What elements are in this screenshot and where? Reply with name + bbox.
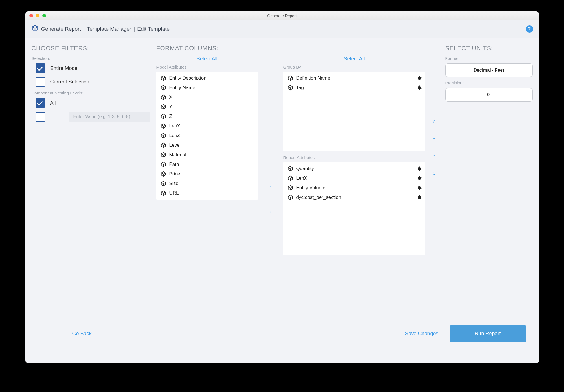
current-selection-checkbox[interactable] [36, 77, 45, 87]
attribute-item[interactable]: Entity Description [156, 73, 258, 83]
cube-icon [160, 161, 166, 168]
attribute-item[interactable]: LenZ [156, 131, 258, 140]
current-selection-label: Current Selection [50, 79, 89, 85]
move-down-button[interactable] [432, 153, 436, 157]
cube-icon [160, 123, 166, 129]
attribute-label: Level [169, 142, 181, 148]
cube-icon [160, 180, 166, 187]
units-title: SELECT UNITS: [445, 45, 533, 52]
footer: Go Back Save Changes Run Report [25, 325, 539, 363]
attribute-item[interactable]: Path [156, 160, 258, 169]
model-attributes-list: Entity DescriptionEntity NameXYZLenYLenZ… [156, 72, 258, 200]
attribute-item[interactable]: Definition Name [283, 73, 425, 83]
nesting-all-checkbox[interactable] [36, 98, 45, 108]
precision-select-label: Precision: [445, 80, 533, 85]
attribute-item[interactable]: Level [156, 140, 258, 150]
nesting-custom-checkbox[interactable] [36, 112, 45, 122]
select-all-group[interactable]: Select All [283, 56, 425, 62]
attribute-label: Entity Volume [296, 185, 326, 191]
attribute-label: Material [169, 152, 186, 158]
attribute-item[interactable]: Size [156, 179, 258, 188]
cube-icon [160, 142, 166, 148]
gear-icon[interactable] [416, 166, 422, 171]
save-changes-button[interactable]: Save Changes [405, 331, 438, 337]
attribute-item[interactable]: Tag [283, 83, 425, 93]
move-left-button[interactable] [269, 184, 273, 188]
attribute-label: Z [169, 114, 172, 119]
move-up-button[interactable] [432, 136, 436, 140]
breadcrumb: Generate Report | Template Manager | Edi… [31, 24, 170, 34]
attribute-item[interactable]: Z [156, 112, 258, 121]
select-all-model[interactable]: Select All [156, 56, 258, 62]
attribute-label: X [169, 94, 172, 100]
move-right-button[interactable] [269, 210, 273, 214]
toolbar: Generate Report | Template Manager | Edi… [25, 20, 539, 38]
attribute-item[interactable]: dyc:cost_per_section [283, 193, 425, 202]
attribute-item[interactable]: Price [156, 169, 258, 179]
attribute-item[interactable]: X [156, 93, 258, 102]
gear-icon[interactable] [416, 185, 422, 190]
attribute-label: LenY [169, 123, 181, 129]
attribute-item[interactable]: Entity Volume [283, 183, 425, 193]
attribute-label: Y [169, 104, 172, 110]
attribute-label: Tag [296, 85, 304, 91]
breadcrumb-app[interactable]: Generate Report [41, 26, 81, 32]
format-title: FORMAT COLUMNS: [156, 45, 439, 52]
titlebar: Generate Report [25, 11, 539, 20]
breadcrumb-sep: | [133, 26, 135, 32]
entire-model-label: Entire Model [50, 65, 79, 71]
gear-icon[interactable] [416, 85, 422, 90]
report-attributes-label: Report Attributes [283, 155, 425, 160]
breadcrumb-sep: | [83, 26, 85, 32]
cube-icon [287, 166, 293, 172]
move-top-button[interactable] [432, 118, 436, 124]
attribute-item[interactable]: URL [156, 188, 258, 198]
format-select-label: Format: [445, 56, 533, 61]
breadcrumb-page: Edit Template [137, 26, 170, 32]
attribute-label: LenX [296, 175, 308, 181]
attribute-item[interactable]: Material [156, 150, 258, 160]
cube-icon [287, 185, 293, 191]
cube-icon [160, 113, 166, 120]
gear-icon[interactable] [416, 176, 422, 181]
window: Generate Report Generate Report | Templa… [25, 11, 539, 363]
format-column: FORMAT COLUMNS: Select All Model Attribu… [156, 45, 439, 325]
group-by-list: Definition NameTag [283, 72, 425, 151]
entire-model-checkbox[interactable] [36, 63, 45, 73]
app-logo-icon [31, 24, 39, 34]
model-attributes-label: Model Attributes [156, 65, 258, 69]
cube-icon [160, 190, 166, 196]
filters-column: CHOOSE FILTERS: Selection: Entire Model … [32, 45, 150, 325]
attribute-item[interactable]: Quantity [283, 164, 425, 173]
attribute-item[interactable]: Y [156, 102, 258, 112]
move-bottom-button[interactable] [432, 170, 436, 176]
attribute-item[interactable]: LenY [156, 121, 258, 131]
precision-select[interactable]: 0' [445, 88, 533, 102]
gear-icon[interactable] [416, 195, 422, 200]
go-back-button[interactable]: Go Back [38, 331, 92, 337]
breadcrumb-section[interactable]: Template Manager [87, 26, 131, 32]
nesting-input[interactable] [69, 112, 150, 122]
cube-icon [287, 194, 293, 201]
cube-icon [160, 133, 166, 139]
gear-icon[interactable] [416, 76, 422, 81]
attribute-item[interactable]: Entity Name [156, 83, 258, 93]
window-title: Generate Report [25, 14, 539, 18]
help-icon[interactable]: ? [526, 25, 533, 33]
attribute-label: Size [169, 181, 179, 186]
cube-icon [160, 152, 166, 158]
nesting-all-label: All [50, 100, 56, 106]
units-column: SELECT UNITS: Format: Decimal - Feet Pre… [445, 45, 533, 325]
cube-icon [160, 94, 166, 100]
attribute-item[interactable]: LenX [283, 173, 425, 183]
transfer-controls [266, 56, 275, 255]
attribute-label: Price [169, 171, 180, 177]
run-report-button[interactable]: Run Report [450, 325, 526, 342]
report-attributes-list: QuantityLenXEntity Volumedyc:cost_per_se… [283, 162, 425, 255]
format-select[interactable]: Decimal - Feet [445, 63, 533, 77]
attribute-label: Quantity [296, 166, 314, 171]
attribute-label: dyc:cost_per_section [296, 195, 341, 200]
cube-icon [287, 75, 293, 81]
cube-icon [287, 175, 293, 181]
cube-icon [287, 85, 293, 91]
